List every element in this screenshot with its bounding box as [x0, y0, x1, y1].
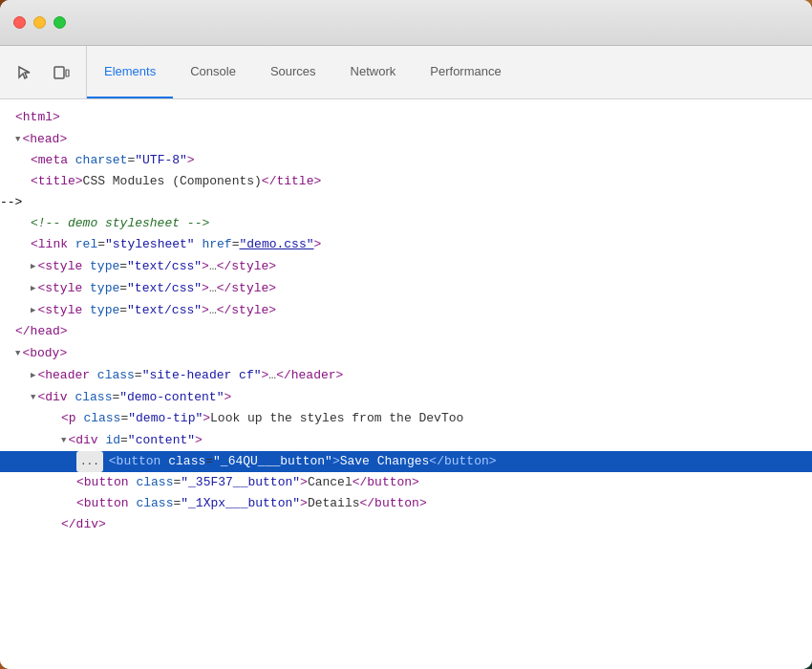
devtools-window: Elements Console Sources Network Perform…: [0, 0, 812, 669]
titlebar: [0, 0, 812, 46]
code-tree: <html> <head> <meta charset="UTF-8"> <ti…: [0, 99, 812, 543]
cancel-button-line: <button class="_35F37__button">Cancel</b…: [0, 472, 812, 493]
content-expand-icon[interactable]: [61, 429, 66, 451]
title-line: <title>CSS Modules (Components)</title>: [0, 171, 812, 192]
elements-panel: <html> <head> <meta charset="UTF-8"> <ti…: [0, 99, 812, 669]
style-2-line: <style type="text/css">…</style>: [0, 277, 812, 299]
inspect-element-button[interactable]: [11, 59, 38, 86]
div-content-line: <div id="content">: [0, 429, 812, 451]
head-close-line: </head>: [0, 321, 812, 342]
tab-network[interactable]: Network: [333, 46, 414, 98]
tab-sources[interactable]: Sources: [253, 46, 333, 98]
svg-rect-0: [54, 67, 64, 78]
tabs-container: Elements Console Sources Network Perform…: [87, 46, 812, 98]
device-toolbar-button[interactable]: [48, 59, 75, 86]
body-open-line: <body>: [0, 342, 812, 364]
details-button-line: <button class="_1Xpx___button">Details</…: [0, 493, 812, 514]
svg-rect-1: [66, 70, 69, 76]
tab-elements[interactable]: Elements: [87, 46, 173, 98]
p-demo-tip-line: <p class="demo-tip">Look up the styles f…: [0, 408, 812, 429]
meta-charset-line: <meta charset="UTF-8">: [0, 150, 812, 171]
toolbar-icons: [0, 46, 87, 98]
style-3-line: <style type="text/css">…</style>: [0, 299, 812, 321]
html-element-line: <html>: [0, 107, 812, 128]
style-1-line: <style type="text/css">…</style>: [0, 255, 812, 277]
maximize-button[interactable]: [53, 16, 66, 29]
head-expand-icon[interactable]: [15, 128, 20, 150]
div-demo-content-line: <div class="demo-content">: [0, 386, 812, 408]
devtools-toolbar: Elements Console Sources Network Perform…: [0, 46, 812, 99]
head-open-line: <head>: [0, 128, 812, 150]
minimize-button[interactable]: [33, 16, 46, 29]
link-line: <link rel="stylesheet" href="demo.css">: [0, 234, 812, 255]
style-2-expand-icon[interactable]: [31, 277, 35, 299]
style-1-expand-icon[interactable]: [31, 255, 35, 277]
div-close-line: </div>: [0, 514, 812, 535]
close-button[interactable]: [13, 16, 26, 29]
header-expand-icon[interactable]: [31, 364, 35, 386]
style-3-expand-icon[interactable]: [31, 299, 35, 321]
body-expand-icon[interactable]: [15, 342, 20, 364]
comment-line: <!-- demo stylesheet -->: [0, 213, 812, 234]
header-line: <header class="site-header cf">…</header…: [0, 364, 812, 386]
ellipsis-button[interactable]: ...: [76, 451, 103, 472]
tab-console[interactable]: Console: [173, 46, 253, 98]
tab-performance[interactable]: Performance: [413, 46, 518, 98]
save-changes-button-line[interactable]: ...<button class="_64QU___button">Save C…: [0, 451, 812, 472]
demo-content-expand-icon[interactable]: [31, 386, 35, 408]
